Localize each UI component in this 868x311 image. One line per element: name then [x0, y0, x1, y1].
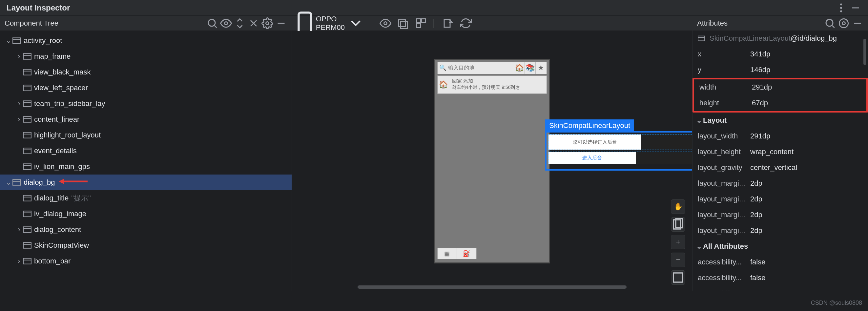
svg-rect-59 — [698, 36, 705, 41]
attr-accessibility-[interactable]: accessibility...false — [692, 254, 868, 270]
svg-point-4 — [208, 19, 215, 26]
layers-icon: 📚 — [525, 62, 535, 74]
component-tree-panel: Component Tree ⌄activity_root›map_framev… — [0, 16, 292, 291]
tree-node-highlight_root_layout[interactable]: highlight_root_layout — [0, 127, 291, 143]
close-icon[interactable] — [248, 18, 259, 29]
attr-height[interactable]: height67dp — [694, 95, 866, 111]
home-route-icon: 🏠 — [438, 76, 450, 93]
snapshot-icon[interactable] — [415, 18, 427, 29]
scrollbar[interactable] — [863, 39, 866, 65]
svg-point-9 — [266, 22, 269, 25]
tree-node-SkinCompatView[interactable]: SkinCompatView — [0, 238, 291, 253]
attr-x[interactable]: x341dp — [692, 46, 868, 62]
layout-icon — [23, 163, 31, 170]
attributes-list[interactable]: SkinCompatLinearLayout@id/dialog_bgx341d… — [692, 31, 868, 291]
chevron-icon[interactable]: ⌄ — [5, 36, 12, 45]
attr-layout_margi-[interactable]: layout_margi...2dp — [692, 223, 868, 239]
watermark: CSDN @souls0808 — [811, 300, 862, 306]
svg-point-56 — [842, 22, 845, 25]
component-tree[interactable]: ⌄activity_root›map_frameview_black_maskv… — [0, 31, 291, 291]
tree-node-event_details[interactable]: event_details — [0, 143, 291, 159]
chevron-icon[interactable]: ⌄ — [5, 178, 12, 187]
attr-width[interactable]: width291dp — [694, 80, 866, 95]
search-icon[interactable] — [206, 18, 218, 29]
eye-icon[interactable] — [220, 18, 232, 29]
attr-layout_gravity[interactable]: layout_gravitycenter_vertical — [692, 160, 868, 176]
chevron-icon[interactable]: › — [15, 115, 23, 124]
svg-rect-53 — [674, 273, 683, 282]
app-title: Layout Inspector — [6, 3, 70, 12]
zoom-in-icon[interactable]: + — [671, 235, 685, 249]
annotation-highlight: width291dpheight67dp — [692, 78, 868, 113]
svg-point-6 — [225, 22, 228, 25]
fuel-icon: ⛽ — [457, 248, 476, 259]
chevron-icon[interactable]: › — [15, 257, 23, 266]
tree-node-view_black_mask[interactable]: view_black_mask — [0, 64, 291, 80]
tree-node-dialog_bg[interactable]: ⌄dialog_bg — [0, 175, 291, 190]
selection-label: SkinCompatLinearLayout — [545, 119, 634, 132]
svg-rect-45 — [399, 20, 405, 27]
chevron-icon[interactable]: › — [15, 99, 23, 108]
live-icon[interactable] — [379, 18, 391, 29]
attr-layout_height[interactable]: layout_heightwrap_content — [692, 144, 868, 160]
layout-icon — [23, 211, 31, 217]
fit-icon[interactable] — [671, 270, 685, 285]
bottom-bar: ▦ ⛽ — [437, 248, 477, 259]
svg-rect-47 — [416, 19, 420, 23]
home-icon: 🏠 — [514, 62, 525, 74]
section-all-attributes[interactable]: ⌄All Attributes — [692, 239, 868, 254]
attr-accessibility-[interactable]: accessibility...false — [692, 270, 868, 286]
chevron-icon[interactable]: › — [15, 225, 23, 234]
tree-node-iv_lion_main_gps[interactable]: iv_lion_main_gps — [0, 159, 291, 175]
svg-line-55 — [832, 25, 835, 28]
snapshot-overlay-icon[interactable] — [397, 18, 409, 29]
tree-node-team_trip_sidebar_lay[interactable]: ›team_trip_sidebar_lay — [0, 96, 291, 112]
preview-canvas[interactable]: 🔍 🏠 📚 ★ 🏠 回家 添加 驾车约4小时，预计明天 9:56到达 ▦ ⛽ — [292, 31, 692, 291]
svg-point-57 — [839, 19, 848, 28]
pan-icon[interactable]: ✋ — [671, 199, 685, 214]
minimize-panel-icon[interactable] — [851, 18, 863, 29]
zoom-out-icon[interactable]: − — [671, 253, 685, 267]
device-frame: 🔍 🏠 📚 ★ 🏠 回家 添加 驾车约4小时，预计明天 9:56到达 ▦ ⛽ — [434, 59, 550, 263]
attr-accessibility-[interactable]: accessibility...none — [692, 286, 868, 291]
section-layout[interactable]: ⌄Layout — [692, 113, 868, 128]
layers-3d-icon[interactable] — [671, 217, 685, 231]
refresh-icon[interactable] — [460, 18, 472, 29]
svg-point-54 — [826, 19, 833, 26]
attr-layout_margi-[interactable]: layout_margi...2dp — [692, 176, 868, 191]
annotation-arrow-icon — [59, 178, 88, 187]
minimize-icon[interactable] — [849, 2, 862, 14]
component-tree-title: Component Tree — [5, 19, 58, 28]
svg-point-1 — [840, 7, 842, 9]
gear-icon[interactable] — [261, 18, 273, 29]
svg-rect-21 — [23, 117, 31, 122]
attr-layout_margi-[interactable]: layout_margi...2dp — [692, 207, 868, 223]
attr-layout_width[interactable]: layout_width291dp — [692, 128, 868, 144]
horizontal-scrollbar[interactable] — [358, 285, 626, 289]
tree-node-dialog_content[interactable]: ›dialog_content — [0, 222, 291, 238]
gear-icon[interactable] — [838, 18, 849, 29]
tree-node-map_frame[interactable]: ›map_frame — [0, 49, 291, 64]
layout-icon — [23, 69, 31, 75]
tree-node-activity_root[interactable]: ⌄activity_root — [0, 33, 291, 49]
layout-icon — [23, 242, 31, 249]
svg-rect-19 — [23, 101, 31, 106]
search-icon[interactable] — [824, 18, 836, 29]
expand-collapse-icon[interactable] — [234, 18, 246, 29]
chevron-icon[interactable]: › — [15, 52, 23, 61]
attr-y[interactable]: y146dp — [692, 62, 868, 78]
tree-node-content_linear[interactable]: ›content_linear — [0, 112, 291, 127]
more-icon[interactable] — [835, 2, 847, 14]
search-icon: 🔍 — [438, 64, 448, 71]
attr-layout_margi-[interactable]: layout_margi...2dp — [692, 191, 868, 207]
tree-node-bottom_bar[interactable]: ›bottom_bar — [0, 253, 291, 269]
export-icon[interactable] — [442, 18, 454, 29]
svg-point-0 — [840, 3, 842, 5]
tree-node-iv_dialog_image[interactable]: iv_dialog_image — [0, 206, 291, 222]
layout-icon — [23, 195, 31, 201]
search-bar: 🔍 🏠 📚 ★ — [437, 62, 547, 74]
tree-node-dialog_title[interactable]: dialog_title"提示" — [0, 190, 291, 206]
tree-node-view_left_spacer[interactable]: view_left_spacer — [0, 80, 291, 96]
layout-icon — [23, 100, 31, 107]
minimize-panel-icon[interactable] — [275, 18, 287, 29]
